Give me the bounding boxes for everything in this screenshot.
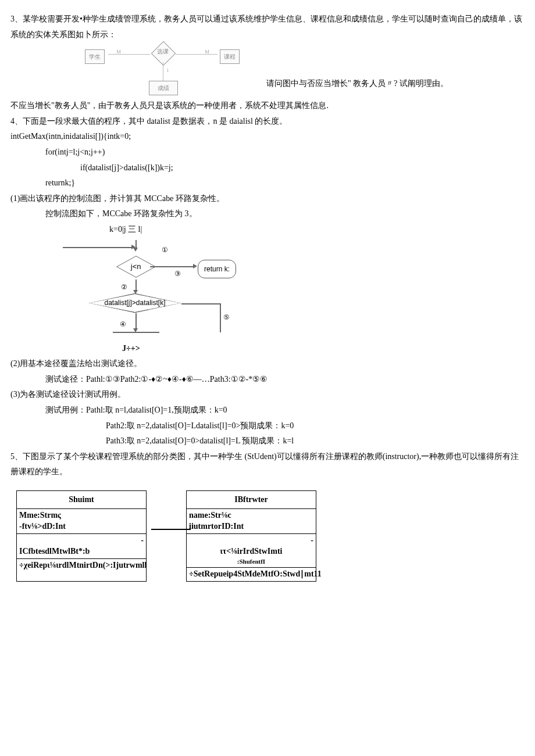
code-line-2: for(intj=l;j<n;j++): [10, 145, 525, 160]
flow-node-5: ⑤: [223, 311, 230, 324]
q4-part3: (3)为各测试途径设计测试用例。: [10, 387, 525, 403]
er-entity-score: 成绩: [149, 81, 178, 95]
q3-prompt: 3、某学校需要开发•种学生成绩管理系统，教务人员可以通过该系统维护学生信息、课程…: [10, 12, 525, 42]
er-m-right: M: [205, 47, 209, 57]
uml-instructor-attr2: iiutmrtorID:Int: [189, 521, 313, 532]
er-caption: 请问图中与否应当增长" 教务人员〃? 试阐明理由。: [266, 76, 448, 94]
uml-student-m1: ICfbtesdlMtwlBt*:b: [19, 546, 144, 557]
er-diagram: 学生 M 选课 M 课程 1 成绩: [80, 46, 255, 94]
uml-instructor-attr1: name:Str⅛c: [189, 510, 313, 521]
q4-p3-ans1: 测试用例：Pathl:取 n=l,datalist[O]=1,预期成果：k=0: [10, 403, 525, 418]
uml-instructor-title: IBftrwter: [187, 491, 316, 510]
code-line-3: if(datalist[j]>datalis([k])k=j;: [10, 160, 525, 176]
uml-association-line: [151, 529, 191, 530]
flow-node-1: ①: [162, 243, 168, 257]
er-entity-course: 课程: [220, 49, 240, 64]
flow-title: k=0|j 三 l|: [109, 222, 525, 238]
uml-student-dash: -: [19, 535, 144, 546]
flow-return: return k:: [198, 260, 236, 279]
flow-d2: datalist[j]>datalist[k]: [88, 293, 181, 313]
uml-student-attr2: -ftv⅛>dD:Int: [19, 521, 144, 532]
q4-part1: (1)画出该程序的控制流图，并计算其 MCCabe 环路复杂性。: [10, 191, 525, 207]
flow-node-2: ②: [121, 281, 127, 294]
flow-node-3: ③: [174, 267, 181, 281]
uml-student-attr1: Mme:Strmς: [19, 510, 144, 521]
q4-p3-ans2: Path2:取 n=2,datalist[O]=Ldatalist[l]=0>预…: [10, 418, 525, 434]
code-line-4: returnk;}: [10, 175, 525, 191]
uml-student-title: Shuimt: [17, 491, 146, 510]
q4-p3-ans3: Path3:取 n=2,datalist[O]=0>datalist[l]=L …: [10, 433, 525, 449]
q4-prompt: 4、下面是一段求最大值的程序，其中 datalist 是数据表，n 是 daia…: [10, 114, 525, 130]
uml-row: Shuimt Mme:Strmς -ftv⅛>dD:Int - ICfbtesd…: [16, 490, 525, 582]
q4-part2: (2)用基本途径覆盖法给出测试途径。: [10, 356, 525, 372]
uml-instructor-m1b: :ShufentfI: [189, 557, 313, 566]
uml-instructor-m2: ÷SetRepueip4StMdeMtfO:Stwd∣mt11: [187, 568, 316, 581]
er-entity-student: 学生: [85, 49, 105, 64]
flow-diagram: ① j<n ③ return k: ② datalist[j]>datalist…: [63, 240, 272, 339]
uml-instructor-dash: -: [189, 535, 313, 546]
q5-prompt: 5、下图显示了某个学校课程管理系统的部分类图，其中一种学生 (StUdent)可…: [10, 449, 525, 480]
uml-class-student: Shuimt Mme:Strmς -ftv⅛>dD:Int - ICfbtesd…: [16, 490, 147, 582]
flow-bottom-label: J÷+>: [122, 341, 525, 357]
q3-answer: 不应当增长"教务人员"，由于教务人员只是该系统的一种使用者，系统不处理其属性信息…: [10, 98, 525, 114]
code-line-1: intGetMax(intn,inidatalisi[]){intk=0;: [10, 129, 525, 145]
q4-part1-answer: 控制流图如下，MCCabe 环路复杂性为 3。: [10, 206, 525, 222]
flow-node-4: ④: [120, 318, 126, 331]
er-m-left: M: [116, 47, 121, 57]
er-relation-select: 选课: [151, 41, 176, 66]
q4-part2-answer: 测试途径：Pathl:①③Path2:①-♦②~♦④-♦⑥—…Path3:①②-…: [10, 372, 525, 388]
er-one: 1: [166, 66, 169, 76]
uml-student-m2: ÷χeiRepι⅛ιrdlMtnirtDn(>:Ijutrwmll: [17, 559, 146, 572]
uml-instructor-m1: ιτ<⅛irIrdStwImti: [189, 546, 313, 557]
uml-class-instructor: IBftrwter name:Str⅛c iiutmrtorID:Int - ι…: [186, 490, 316, 582]
er-row: 学生 M 选课 M 课程 1 成绩 请问图中与否应当增长" 教务人员〃? 试阐明…: [10, 46, 525, 94]
